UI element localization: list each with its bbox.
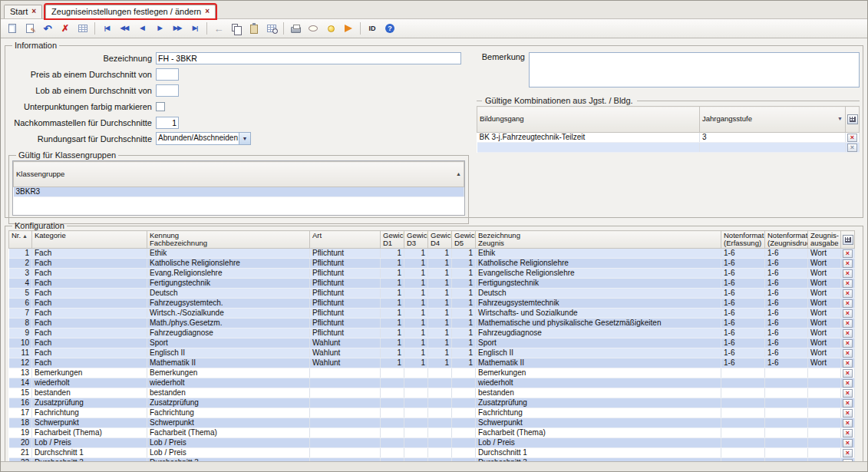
- cell: 1-6: [721, 348, 765, 358]
- konfiguration-row[interactable]: 19Facharbeit (Thema)Facharbeit (Thema)Fa…: [9, 428, 855, 438]
- column-header[interactable]: Kennung Fachbezeichnung: [147, 231, 310, 249]
- nav-next-fast-button[interactable]: ▶▶: [169, 21, 186, 36]
- konfiguration-row[interactable]: 13BemerkungenBemerkungenBemerkungen×: [9, 368, 855, 378]
- konfiguration-row[interactable]: 17FachrichtungFachrichtungFachrichtung×: [9, 408, 855, 418]
- unterpunktungen-checkbox[interactable]: [156, 102, 165, 111]
- column-header[interactable]: Gewicht D3: [404, 231, 428, 249]
- delete-row-button[interactable]: ×: [843, 379, 853, 388]
- column-header[interactable]: Nr. ▲: [9, 231, 32, 249]
- delete-row-button[interactable]: ×: [843, 289, 853, 298]
- konfiguration-row[interactable]: 7FachWirtsch.-/SozialkundePflichtunt1111…: [9, 309, 855, 319]
- new-page-button[interactable]: [4, 21, 21, 36]
- rundungsart-select[interactable]: Abrunden/Abschneiden ▼: [156, 132, 251, 145]
- column-header-klassengruppe[interactable]: Klassengruppe ▲: [14, 162, 464, 187]
- konfiguration-row[interactable]: 3FachEvang.ReligionslehrePflichtunt1111E…: [9, 269, 855, 279]
- copy-button[interactable]: [228, 21, 245, 36]
- kombination-row[interactable]: BK 3-j.Fahrzeugtechnik-Teilzeit3×: [477, 133, 860, 143]
- konfiguration-row[interactable]: 8FachMath./phys.Gesetzm.Pflichtunt1111Ma…: [9, 319, 855, 328]
- konfiguration-row[interactable]: 5FachDeutschPflichtunt1111Deutsch1-61-6W…: [9, 289, 855, 299]
- konfiguration-row[interactable]: 14wiederholtwiederholtwiederholt×: [9, 378, 855, 388]
- tab-start[interactable]: Start×: [4, 5, 42, 18]
- delete-row-button[interactable]: ×: [843, 389, 853, 398]
- delete-row-button[interactable]: ×: [843, 369, 853, 378]
- nav-last-button[interactable]: ▶|: [186, 21, 203, 36]
- klassengruppen-row[interactable]: 3BKR3: [14, 187, 464, 197]
- konfiguration-row[interactable]: 21Durchschnitt 1Lob / PreisDurchschnitt …: [9, 448, 855, 458]
- delete-button[interactable]: ✗: [57, 21, 74, 36]
- konfiguration-row[interactable]: 2FachKatholische ReligionslehrePflichtun…: [9, 259, 855, 269]
- delete-row-button[interactable]: ×: [843, 449, 853, 457]
- print-button[interactable]: [287, 21, 304, 36]
- column-header[interactable]: Gewicht D4: [428, 231, 452, 249]
- delete-row-button[interactable]: ×: [843, 339, 853, 348]
- column-header[interactable]: Bezeichnung Zeugnis: [476, 231, 721, 249]
- table-config-button[interactable]: [847, 114, 858, 124]
- grid-select-button[interactable]: [263, 21, 280, 36]
- id-badge-button[interactable]: ID: [364, 21, 381, 36]
- konfiguration-row[interactable]: 4FachFertigungstechnikPflichtunt1111Fert…: [9, 279, 855, 289]
- delete-row-button[interactable]: ×: [843, 269, 853, 278]
- column-header[interactable]: Art: [310, 231, 381, 249]
- konfiguration-row[interactable]: 10FachSportWahlunt1111Sport1-61-6Wort×: [9, 338, 855, 348]
- bezeichnung-input[interactable]: [156, 52, 461, 64]
- delete-row-button[interactable]: ×: [843, 309, 853, 318]
- delete-row-button[interactable]: ×: [843, 279, 853, 288]
- delete-row-button[interactable]: ×: [843, 299, 853, 308]
- undo-button[interactable]: ↶: [39, 21, 56, 36]
- column-header-jahrgangsstufe[interactable]: Jahrgangsstufe ▼: [700, 107, 846, 133]
- column-header-bildungsgang[interactable]: Bildungsgang: [477, 107, 700, 133]
- delete-row-button[interactable]: ×: [843, 249, 853, 258]
- help-button[interactable]: ?: [381, 21, 398, 36]
- chevron-down-icon[interactable]: ▼: [837, 115, 843, 123]
- table-config-button[interactable]: [843, 235, 853, 245]
- delete-row-button[interactable]: ×: [843, 399, 853, 408]
- close-icon[interactable]: ×: [31, 8, 36, 15]
- nachkommastellen-input[interactable]: [156, 117, 179, 129]
- column-header[interactable]: Gewicht D5: [452, 231, 476, 249]
- preis-input[interactable]: [156, 68, 179, 81]
- column-header[interactable]: Notenformat (Erfassung): [721, 231, 765, 249]
- column-header[interactable]: Kategorie: [32, 231, 147, 249]
- back-arrow-button[interactable]: ←: [210, 21, 227, 36]
- konfiguration-row[interactable]: 6FachFahrzeugsystemtech.Pflichtunt1111Fa…: [9, 299, 855, 309]
- close-icon[interactable]: ×: [205, 8, 210, 15]
- bulb-button[interactable]: [322, 21, 339, 36]
- konfiguration-row[interactable]: 18SchwerpunktSchwerpunktSchwerpunkt×: [9, 418, 855, 428]
- konfiguration-row[interactable]: 11FachEnglisch IIWahlunt1111Englisch II1…: [9, 348, 855, 358]
- konfiguration-table: Nr. ▲KategorieKennung FachbezeichnungArt…: [8, 230, 855, 468]
- delete-row-button[interactable]: ×: [843, 349, 853, 358]
- konfiguration-row[interactable]: 12FachMathematik IIWahlunt1111Mathematik…: [9, 358, 855, 368]
- delete-row-button[interactable]: ×: [843, 329, 853, 338]
- konfiguration-row[interactable]: 15bestandenbestandenbestanden×: [9, 388, 855, 398]
- table-grid-button[interactable]: [74, 21, 91, 36]
- bemerkung-textarea[interactable]: [529, 52, 860, 87]
- delete-row-button[interactable]: ×: [843, 359, 853, 368]
- edit-page-button[interactable]: [21, 21, 38, 36]
- paste-button[interactable]: [246, 21, 262, 36]
- lob-input[interactable]: [156, 84, 179, 97]
- nav-prev-button[interactable]: ◀: [134, 21, 150, 36]
- kombination-row[interactable]: ×: [477, 143, 860, 153]
- delete-row-button[interactable]: ×: [843, 429, 853, 437]
- chevron-down-icon[interactable]: ▼: [239, 133, 250, 144]
- column-header[interactable]: Zeugnis- ausgabe: [808, 231, 841, 249]
- delete-row-button[interactable]: ×: [843, 259, 853, 268]
- delete-row-button[interactable]: ×: [843, 319, 853, 328]
- konfiguration-row[interactable]: 1FachEthikPflichtunt1111Ethik1-61-6Wort×: [9, 249, 855, 259]
- konfiguration-row[interactable]: 20Lob / PreisLob / PreisLob / Preis×: [9, 438, 855, 448]
- delete-row-button[interactable]: ×: [847, 144, 857, 152]
- delete-row-button[interactable]: ×: [847, 134, 857, 142]
- nav-next-button[interactable]: ▶: [151, 21, 168, 36]
- konfiguration-row[interactable]: 9FachFahrzeugdiagnosePflichtunt1111Fahrz…: [9, 328, 855, 338]
- delete-row-button[interactable]: ×: [843, 439, 853, 447]
- column-header[interactable]: Notenformat (Zeugnisdruck): [765, 231, 808, 249]
- tab-zeugniseinstellungen-festlegen-ndern[interactable]: Zeugniseinstellungen festlegen / ändern×: [45, 5, 216, 18]
- nav-first-button[interactable]: |◀: [98, 21, 115, 36]
- column-header[interactable]: Gewicht D1: [381, 231, 404, 249]
- announce-button[interactable]: [340, 21, 357, 36]
- nav-prev-fast-button[interactable]: ◀◀: [116, 21, 133, 36]
- delete-row-button[interactable]: ×: [843, 419, 853, 427]
- konfiguration-row[interactable]: 16ZusatzprüfungZusatzprüfungZusatzprüfun…: [9, 398, 855, 408]
- comment-button[interactable]: [305, 21, 322, 36]
- delete-row-button[interactable]: ×: [843, 409, 853, 418]
